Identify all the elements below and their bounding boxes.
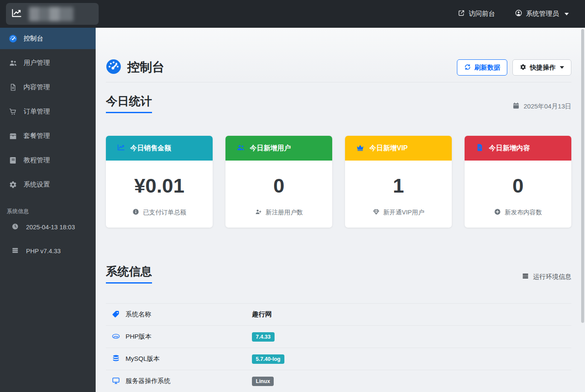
today-date: 2025年04月13日 <box>512 102 571 111</box>
sidebar-item-label: 订单管理 <box>23 107 50 116</box>
quick-actions-label: 快捷操作 <box>530 64 556 72</box>
sidebar-info-text: 2025-04-13 18:03 <box>26 224 75 231</box>
refresh-icon <box>464 64 471 72</box>
top-navbar: 访问前台 系统管理员 <box>0 0 585 28</box>
crown-icon <box>356 143 364 153</box>
row-label: 服务器操作系统 <box>106 377 252 386</box>
sidebar-item-users[interactable]: 用户管理 <box>0 52 96 73</box>
row-label-text: PHP版本 <box>126 333 152 341</box>
table-row: php PHP版本 7.4.33 <box>106 326 571 348</box>
stat-cards-row: 今日销售金额 ¥0.01 已支付订单总额 <box>106 136 571 228</box>
page-header: 控制台 刷新数据 快捷操作 <box>106 58 571 77</box>
calendar-icon <box>512 102 520 111</box>
sidebar-menu: 控制台 用户管理 内容管理 订单管理 <box>0 28 96 195</box>
cart-icon <box>9 107 17 116</box>
info-circle-icon <box>132 208 139 216</box>
quick-actions-button[interactable]: 快捷操作 <box>512 59 571 76</box>
sidebar-item-console[interactable]: 控制台 <box>0 28 96 49</box>
php-version-badge: 7.4.33 <box>252 332 275 342</box>
refresh-data-button[interactable]: 刷新数据 <box>457 59 507 76</box>
stat-card-title: 今日新增VIP <box>369 144 408 153</box>
sidebar-item-label: 用户管理 <box>23 59 50 67</box>
mysql-version-badge: 5.7.40-log <box>252 354 284 364</box>
sidebar-item-settings[interactable]: 系统设置 <box>0 174 96 195</box>
row-label-text: MySQL版本 <box>126 355 160 363</box>
stat-card-value: ¥0.01 <box>106 161 213 208</box>
chart-line-logo-icon <box>11 8 22 20</box>
brand-logo[interactable] <box>6 3 99 25</box>
svg-text:php: php <box>113 335 118 337</box>
row-label: 系统名称 <box>106 310 252 319</box>
gauge-icon <box>106 59 121 76</box>
row-value: 7.4.33 <box>252 332 275 342</box>
server-icon <box>522 272 529 281</box>
today-stats-title: 今日统计 <box>106 94 152 113</box>
row-label: MySQL版本 <box>106 354 252 364</box>
stat-card-title: 今日销售金额 <box>130 144 171 153</box>
sidebar-item-packages[interactable]: 套餐管理 <box>0 125 96 146</box>
stat-card-value: 1 <box>345 161 452 208</box>
sidebar-item-content[interactable]: 内容管理 <box>0 76 96 98</box>
stat-card-title: 今日新增用户 <box>250 144 291 153</box>
stat-card-footer-text: 新注册用户数 <box>266 208 303 216</box>
visit-frontend-link[interactable]: 访问前台 <box>458 9 495 18</box>
server-os-badge: Linux <box>252 377 274 386</box>
row-value: Linux <box>252 377 274 386</box>
box-icon <box>9 132 17 140</box>
today-stats-header: 今日统计 2025年04月13日 <box>106 94 571 113</box>
admin-user-menu[interactable]: 系统管理员 <box>515 9 569 18</box>
sidebar-item-label: 教程管理 <box>23 156 50 165</box>
visit-frontend-label: 访问前台 <box>469 9 495 18</box>
chart-line-icon <box>117 143 125 153</box>
book-icon <box>9 156 17 164</box>
stat-card-value: 0 <box>225 161 332 208</box>
user-plus-icon <box>255 208 262 216</box>
tag-icon <box>112 310 120 319</box>
table-row: 系统名称 趣行网 <box>106 304 571 326</box>
system-info-table: 系统名称 趣行网 php PHP版本 7.4.33 <box>106 303 571 392</box>
users-icon <box>237 143 245 153</box>
chevron-down-icon <box>560 66 564 69</box>
table-row: MySQL版本 5.7.40-log <box>106 348 571 370</box>
stat-card-title: 今日新增内容 <box>489 144 530 153</box>
gear-icon <box>520 64 526 72</box>
clock-icon <box>12 223 19 231</box>
navbar-right: 访问前台 系统管理员 <box>458 9 585 18</box>
stat-card-footer: 已支付订单总额 <box>106 208 213 216</box>
sidebar-info-time: 2025-04-13 18:03 <box>0 215 96 239</box>
stat-card-footer-text: 已支付订单总额 <box>143 208 187 216</box>
stat-card-header: 今日销售金额 <box>106 136 213 161</box>
gem-icon <box>373 208 380 216</box>
header-divider <box>106 82 571 82</box>
env-info-label: 运行环境信息 <box>522 272 571 281</box>
table-row: 服务器操作系统 Linux <box>106 370 571 392</box>
stat-card-footer-text: 新发布内容数 <box>505 208 542 216</box>
row-value: 趣行网 <box>252 310 272 319</box>
server-icon <box>12 247 19 255</box>
admin-user-label: 系统管理员 <box>526 9 559 18</box>
vertical-scrollbar[interactable] <box>581 29 584 323</box>
sidebar-section-label: 系统信息 <box>7 208 96 215</box>
stat-card-header: 今日新增用户 <box>225 136 332 161</box>
system-info-header: 系统信息 运行环境信息 <box>106 264 571 284</box>
row-label-text: 系统名称 <box>126 310 151 319</box>
gauge-icon <box>9 34 17 43</box>
stat-card-new-vip: 今日新增VIP 1 新开通VIP用户 <box>345 136 452 228</box>
stat-card-new-content: 今日新增内容 0 新发布内容数 <box>465 136 571 228</box>
page-actions: 刷新数据 快捷操作 <box>457 59 571 76</box>
system-info-title: 系统信息 <box>106 264 152 284</box>
sidebar-item-label: 套餐管理 <box>23 132 50 140</box>
page-title: 控制台 <box>106 59 164 76</box>
stat-card-sales: 今日销售金额 ¥0.01 已支付订单总额 <box>106 136 213 228</box>
page-title-text: 控制台 <box>127 59 164 76</box>
stat-card-new-users: 今日新增用户 0 新注册用户数 <box>225 136 332 228</box>
sidebar-item-tutorials[interactable]: 教程管理 <box>0 149 96 171</box>
database-icon <box>112 354 120 364</box>
today-stats-section: 今日统计 2025年04月13日 今日销售金额 ¥0.0 <box>106 94 571 228</box>
chevron-down-icon <box>565 13 569 15</box>
sidebar-item-orders[interactable]: 订单管理 <box>0 101 96 122</box>
sidebar-item-label: 控制台 <box>23 34 44 43</box>
php-icon: php <box>112 332 120 342</box>
stat-card-footer: 新发布内容数 <box>465 208 571 216</box>
stat-card-footer: 新开通VIP用户 <box>345 208 452 216</box>
